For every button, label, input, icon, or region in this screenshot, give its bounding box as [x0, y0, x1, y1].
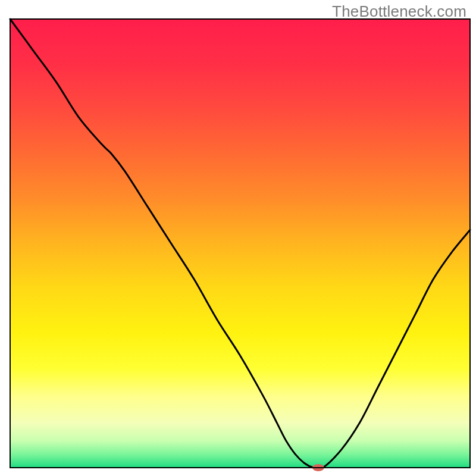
watermark-text: TheBottleneck.com	[332, 2, 466, 21]
chart-container: TheBottleneck.com	[0, 0, 476, 476]
plot-background	[10, 19, 470, 468]
bottleneck-chart	[0, 0, 476, 476]
